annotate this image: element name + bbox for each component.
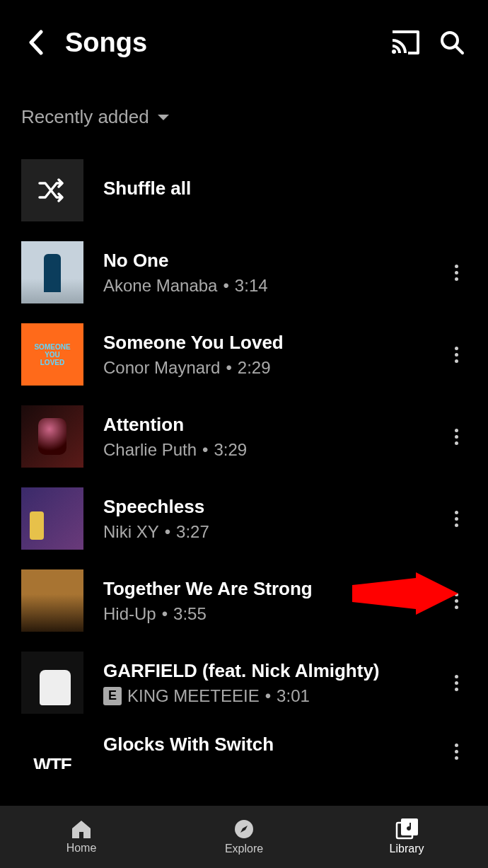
album-art bbox=[21, 405, 83, 468]
sort-dropdown[interactable]: Recently added bbox=[0, 106, 488, 128]
album-art bbox=[21, 652, 83, 714]
song-title: Glocks With Switch bbox=[103, 734, 446, 756]
song-title: Speechless bbox=[103, 496, 446, 518]
album-art: WTF bbox=[21, 734, 83, 769]
song-row[interactable]: SOMEONE YOU LOVED Someone You Loved Cono… bbox=[0, 313, 488, 395]
svg-line-2 bbox=[456, 47, 463, 53]
album-art bbox=[21, 241, 83, 303]
nav-explore[interactable]: Explore bbox=[163, 806, 325, 868]
nav-label: Home bbox=[66, 842, 97, 855]
song-title: GARFIELD (feat. Nick Almighty) bbox=[103, 660, 446, 682]
header: Songs bbox=[0, 0, 488, 85]
explicit-badge: E bbox=[103, 687, 122, 705]
song-more-button[interactable] bbox=[446, 665, 467, 700]
song-more-button[interactable] bbox=[446, 255, 467, 290]
shuffle-all-button[interactable]: Shuffle all bbox=[0, 149, 488, 231]
song-more-button[interactable] bbox=[446, 501, 467, 536]
search-button[interactable] bbox=[437, 28, 467, 57]
album-art bbox=[21, 487, 83, 550]
song-title: Someone You Loved bbox=[103, 332, 446, 354]
song-row[interactable]: Speechless Niki XY•3:27 bbox=[0, 478, 488, 560]
cast-button[interactable] bbox=[390, 28, 420, 57]
nav-label: Library bbox=[390, 843, 424, 855]
song-subtitle: Charlie Puth•3:29 bbox=[103, 440, 446, 460]
song-subtitle: Hid-Up•3:55 bbox=[103, 604, 446, 624]
song-row[interactable]: WTF Glocks With Switch bbox=[0, 724, 488, 769]
library-icon bbox=[395, 818, 418, 840]
song-subtitle: Akone Manaba•3:14 bbox=[103, 276, 446, 296]
nav-label: Explore bbox=[225, 843, 263, 855]
shuffle-label: Shuffle all bbox=[103, 178, 467, 199]
svg-point-0 bbox=[392, 50, 396, 54]
chevron-down-icon bbox=[156, 113, 170, 122]
song-row[interactable]: Attention Charlie Puth•3:29 bbox=[0, 395, 488, 478]
sort-label: Recently added bbox=[21, 106, 149, 128]
back-button[interactable] bbox=[21, 28, 50, 57]
page-title: Songs bbox=[65, 28, 373, 58]
song-subtitle: Niki XY•3:27 bbox=[103, 522, 446, 542]
song-row[interactable]: GARFIELD (feat. Nick Almighty) E KING ME… bbox=[0, 642, 488, 724]
nav-home[interactable]: Home bbox=[0, 806, 163, 868]
home-icon bbox=[71, 819, 92, 839]
search-icon bbox=[439, 30, 465, 55]
bottom-nav: Home Explore Library bbox=[0, 806, 488, 868]
song-title: No One bbox=[103, 250, 446, 272]
shuffle-icon-container bbox=[21, 159, 83, 221]
shuffle-icon bbox=[37, 178, 67, 203]
nav-library[interactable]: Library bbox=[325, 806, 488, 868]
song-more-button[interactable] bbox=[446, 419, 467, 454]
song-more-button-4[interactable] bbox=[446, 583, 467, 618]
compass-icon bbox=[233, 818, 255, 840]
song-list: Shuffle all No One Akone Manaba•3:14 SOM… bbox=[0, 149, 488, 769]
song-title: Attention bbox=[103, 414, 446, 436]
cast-icon bbox=[391, 30, 419, 54]
song-row[interactable]: Together We Are Strong Hid-Up•3:55 bbox=[0, 560, 488, 642]
album-art bbox=[21, 569, 83, 632]
song-subtitle: E KING MEETEEIE•3:01 bbox=[103, 686, 446, 706]
chevron-left-icon bbox=[28, 30, 43, 55]
song-more-button[interactable] bbox=[446, 337, 467, 372]
album-art: SOMEONE YOU LOVED bbox=[21, 323, 83, 386]
song-subtitle: Conor Maynard•2:29 bbox=[103, 358, 446, 378]
song-row[interactable]: No One Akone Manaba•3:14 bbox=[0, 231, 488, 313]
song-title: Together We Are Strong bbox=[103, 578, 446, 600]
song-more-button[interactable] bbox=[446, 734, 467, 769]
